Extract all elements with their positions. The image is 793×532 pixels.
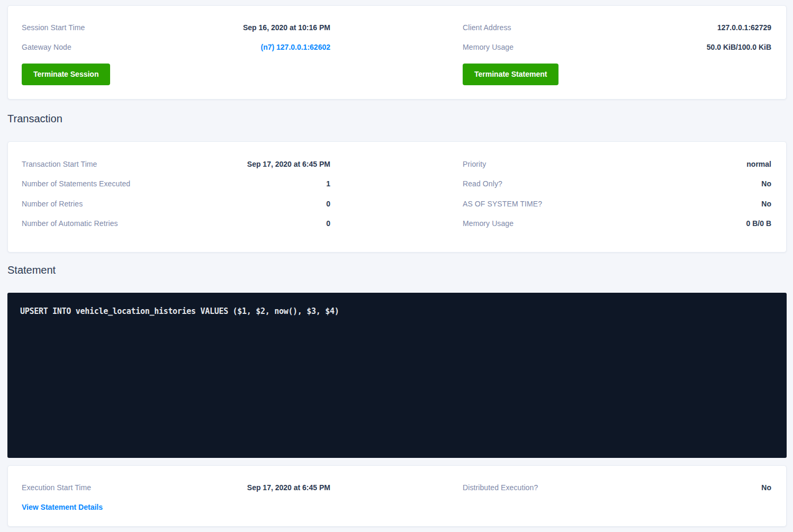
gateway-node-link[interactable]: (n7) 127.0.0.1:62602: [260, 43, 330, 51]
gateway-node-label: Gateway Node: [22, 43, 71, 51]
client-address-row: Client Address 127.0.0.1:62729: [463, 17, 771, 37]
retries-value: 0: [326, 200, 330, 208]
statement-sql-box: UPSERT INTO vehicle_location_histories V…: [7, 293, 787, 458]
session-summary-right-column: Client Address 127.0.0.1:62729 Memory Us…: [463, 17, 771, 85]
read-only-label: Read Only?: [463, 179, 502, 188]
session-summary-card: Session Start Time Sep 16, 2020 at 10:16…: [7, 5, 787, 100]
distributed-execution-row: Distributed Execution? No: [463, 477, 771, 498]
session-memory-usage-value: 50.0 KiB/100.0 KiB: [707, 43, 771, 51]
retries-row: Number of Retries 0: [22, 194, 330, 214]
transaction-details-card: Transaction Start Time Sep 17, 2020 at 6…: [7, 141, 787, 253]
session-start-time-row: Session Start Time Sep 16, 2020 at 10:16…: [22, 17, 330, 37]
transaction-section-heading: Transaction: [7, 111, 787, 126]
as-of-system-time-label: AS OF SYSTEM TIME?: [463, 200, 542, 208]
transaction-memory-usage-value: 0 B/0 B: [746, 219, 771, 228]
read-only-value: No: [761, 179, 771, 188]
terminate-statement-button[interactable]: Terminate Statement: [463, 64, 558, 85]
automatic-retries-value: 0: [326, 219, 330, 228]
view-statement-details-row: View Statement Details: [22, 497, 330, 517]
view-statement-details-link[interactable]: View Statement Details: [22, 503, 103, 511]
execution-start-time-label: Execution Start Time: [22, 483, 91, 492]
terminate-session-button[interactable]: Terminate Session: [22, 64, 110, 85]
priority-row: Priority normal: [463, 154, 771, 174]
statement-sql-text: UPSERT INTO vehicle_location_histories V…: [20, 306, 774, 316]
priority-value: normal: [746, 160, 771, 168]
gateway-node-row: Gateway Node (n7) 127.0.0.1:62602: [22, 37, 330, 57]
transaction-left-column: Transaction Start Time Sep 17, 2020 at 6…: [22, 154, 330, 233]
retries-label: Number of Retries: [22, 200, 83, 208]
statement-section-heading: Statement: [7, 263, 787, 277]
transaction-start-time-label: Transaction Start Time: [22, 160, 97, 168]
session-summary-left-column: Session Start Time Sep 16, 2020 at 10:16…: [22, 17, 330, 85]
client-address-label: Client Address: [463, 23, 511, 32]
session-details-page: Session Start Time Sep 16, 2020 at 10:16…: [0, 0, 793, 532]
session-memory-usage-row: Memory Usage 50.0 KiB/100.0 KiB: [463, 37, 771, 57]
priority-label: Priority: [463, 160, 486, 168]
transaction-start-time-value: Sep 17, 2020 at 6:45 PM: [247, 160, 330, 168]
distributed-execution-value: No: [761, 483, 771, 492]
distributed-execution-label: Distributed Execution?: [463, 483, 538, 492]
statements-executed-value: 1: [326, 179, 330, 188]
transaction-memory-usage-label: Memory Usage: [463, 219, 513, 228]
execution-left-column: Execution Start Time Sep 17, 2020 at 6:4…: [22, 477, 330, 517]
as-of-system-time-row: AS OF SYSTEM TIME? No: [463, 194, 771, 214]
execution-start-time-value: Sep 17, 2020 at 6:45 PM: [247, 483, 330, 492]
execution-right-column: Distributed Execution? No: [463, 477, 771, 517]
statements-executed-label: Number of Statements Executed: [22, 179, 130, 188]
read-only-row: Read Only? No: [463, 174, 771, 194]
automatic-retries-row: Number of Automatic Retries 0: [22, 214, 330, 234]
session-start-time-label: Session Start Time: [22, 23, 85, 32]
transaction-memory-usage-row: Memory Usage 0 B/0 B: [463, 214, 771, 234]
as-of-system-time-value: No: [761, 200, 771, 208]
session-start-time-value: Sep 16, 2020 at 10:16 PM: [243, 23, 330, 32]
client-address-value: 127.0.0.1:62729: [717, 23, 771, 32]
automatic-retries-label: Number of Automatic Retries: [22, 219, 118, 228]
statement-execution-card: Execution Start Time Sep 17, 2020 at 6:4…: [7, 465, 787, 527]
transaction-right-column: Priority normal Read Only? No AS OF SYST…: [463, 154, 771, 233]
session-memory-usage-label: Memory Usage: [463, 43, 513, 51]
execution-start-time-row: Execution Start Time Sep 17, 2020 at 6:4…: [22, 477, 330, 497]
statements-executed-row: Number of Statements Executed 1: [22, 174, 330, 194]
transaction-start-time-row: Transaction Start Time Sep 17, 2020 at 6…: [22, 154, 330, 174]
